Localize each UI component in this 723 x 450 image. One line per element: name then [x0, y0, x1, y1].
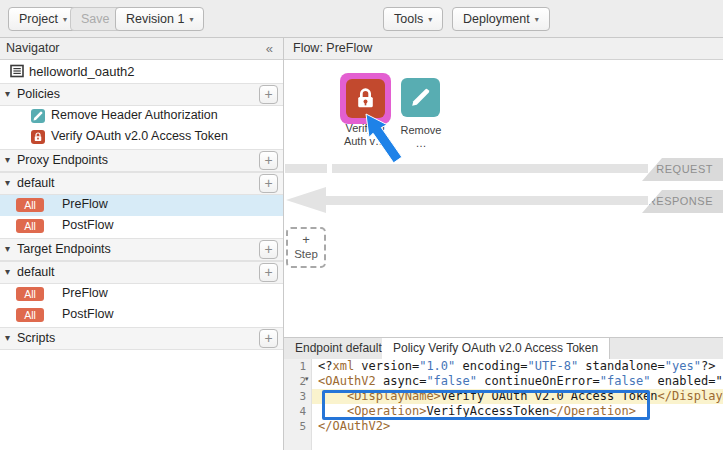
deployment-menu-button[interactable]: Deployment▾: [452, 7, 550, 31]
expand-caret-icon[interactable]: ▾: [5, 266, 10, 277]
line-number: 1: [284, 359, 306, 374]
flow-name: PreFlow: [62, 197, 108, 211]
line-number: 3: [284, 389, 306, 404]
line-number: 2: [284, 374, 306, 389]
section-label: Policies: [17, 87, 60, 101]
pointer-arrow-annotation: [352, 106, 408, 168]
nav-item-target-preflow[interactable]: All PreFlow: [0, 284, 283, 305]
code-editor[interactable]: 1 2 3 4 5 ▾ <?xml version="1.0" encoding…: [284, 359, 723, 450]
code-token: async=: [376, 374, 427, 388]
editor-gutter: 1 2 3 4 5 ▾: [284, 359, 312, 450]
add-script-button[interactable]: +: [259, 329, 278, 348]
fold-caret-icon[interactable]: ▾: [305, 375, 309, 383]
flow-canvas: Verify O Auth v… Remove … REQUEST RESPON…: [284, 60, 723, 337]
code-token: "yes": [665, 359, 701, 373]
tab-endpoint-default[interactable]: Endpoint default: [284, 338, 394, 359]
nav-item-proxy-preflow[interactable]: All PreFlow: [0, 195, 283, 216]
add-proxy-endpoint-button[interactable]: +: [259, 151, 278, 170]
nav-item-proxy-postflow[interactable]: All PostFlow: [0, 216, 283, 237]
tab-label: Policy Verify OAuth v2.0 Access Token: [393, 341, 598, 355]
lock-icon: [31, 130, 45, 144]
line-number: 5: [284, 419, 306, 434]
bundle-name: helloworld_oauth2: [29, 64, 135, 79]
nav-section-policies[interactable]: ▾ Policies +: [0, 83, 283, 106]
section-label: default: [17, 265, 55, 279]
expand-caret-icon[interactable]: ▾: [5, 177, 10, 188]
revision-label: Revision 1: [126, 12, 184, 26]
expand-caret-icon[interactable]: ▾: [5, 332, 10, 343]
expand-caret-icon[interactable]: ▾: [5, 88, 10, 99]
expand-caret-icon[interactable]: ▾: [5, 243, 10, 254]
project-menu-button[interactable]: Project▾: [8, 7, 78, 31]
add-target-endpoint-button[interactable]: +: [259, 240, 278, 259]
nav-section-proxy-default[interactable]: ▾ default +: [0, 172, 283, 195]
pencil-icon: [408, 85, 433, 114]
nav-section-proxy-endpoints[interactable]: ▾ Proxy Endpoints +: [0, 149, 283, 172]
code-line-5: </OAuthV2>: [318, 419, 723, 434]
code-token: </DisplayName>: [658, 389, 723, 403]
response-lane-tag: RESPONSE: [642, 190, 723, 213]
navigator-header: Navigator «: [0, 38, 283, 60]
nav-section-scripts[interactable]: ▾ Scripts +: [0, 327, 283, 350]
tools-menu-button[interactable]: Tools▾: [383, 7, 443, 31]
apigee-proxy-editor: Project▾ Save Revision 1▾ Tools▾ Deploym…: [0, 0, 723, 450]
navigator-title: Navigator: [6, 41, 60, 55]
tools-label: Tools: [394, 12, 423, 26]
toolbar: Project▾ Save Revision 1▾ Tools▾ Deploym…: [0, 0, 723, 38]
editor-tab-bar: Endpoint default Policy Verify OAuth v2.…: [284, 337, 723, 359]
pencil-icon: [31, 109, 45, 123]
flow-title: Flow: PreFlow: [293, 41, 372, 55]
code-token: <OAuthV2: [318, 374, 376, 388]
nav-section-target-endpoints[interactable]: ▾ Target Endpoints +: [0, 238, 283, 261]
response-lane-bar: [326, 196, 648, 205]
code-token: ?>: [701, 359, 715, 373]
collapse-sidebar-icon[interactable]: «: [266, 38, 273, 59]
response-arrow-icon: [286, 187, 326, 213]
nav-section-target-default[interactable]: ▾ default +: [0, 261, 283, 284]
tab-policy-verify-oauth[interactable]: Policy Verify OAuth v2.0 Access Token: [382, 338, 610, 359]
request-label: REQUEST: [656, 163, 713, 175]
section-label: Target Endpoints: [17, 242, 111, 256]
add-flow-button[interactable]: +: [259, 174, 278, 193]
expand-caret-icon[interactable]: ▾: [5, 154, 10, 165]
code-token: encoding=: [455, 359, 527, 373]
response-label: RESPONSE: [648, 195, 713, 207]
request-lane-stub: [285, 164, 327, 173]
flow-name: PreFlow: [62, 286, 108, 300]
add-policy-button[interactable]: +: [259, 85, 278, 104]
policy-name: Remove Header Authorization: [51, 108, 218, 122]
nav-item-bundle[interactable]: helloworld_oauth2: [0, 61, 283, 83]
operation-highlight-box-annotation: [322, 390, 650, 420]
code-token: "1.0": [419, 359, 455, 373]
chevron-down-icon: ▾: [535, 15, 539, 24]
deployment-label: Deployment: [463, 12, 530, 26]
tab-label: Endpoint default: [295, 341, 382, 355]
add-flow-button[interactable]: +: [259, 263, 278, 282]
code-token: enabled=": [650, 374, 722, 388]
revision-menu-button[interactable]: Revision 1▾: [115, 7, 204, 31]
save-button[interactable]: Save: [70, 7, 121, 31]
nav-item-policy-remove-header[interactable]: Remove Header Authorization: [0, 106, 283, 127]
add-step-button[interactable]: + Step: [286, 227, 326, 268]
code-token: </OAuthV2>: [318, 419, 390, 433]
code-token: <?: [318, 359, 332, 373]
section-label: Scripts: [17, 331, 55, 345]
code-token: version=: [354, 359, 419, 373]
chevron-down-icon: ▾: [428, 15, 432, 24]
nav-item-policy-verify-oauth[interactable]: Verify OAuth v2.0 Access Token: [0, 127, 283, 148]
step-label: Step: [288, 248, 324, 261]
flow-panel-header: Flow: PreFlow: [284, 38, 723, 60]
all-badge: All: [16, 308, 44, 322]
code-line-2: <OAuthV2 async="false" continueOnError="…: [318, 374, 723, 389]
code-token: standalone=: [578, 359, 665, 373]
bundle-icon: [10, 64, 24, 81]
navigator: helloworld_oauth2 ▾ Policies + Remove He…: [0, 60, 283, 450]
section-label: default: [17, 176, 55, 190]
save-label: Save: [81, 12, 110, 26]
nav-item-target-postflow[interactable]: All PostFlow: [0, 305, 283, 326]
flow-name: PostFlow: [62, 307, 113, 321]
line-number: 4: [284, 404, 306, 419]
section-label: Proxy Endpoints: [17, 153, 108, 167]
all-badge: All: [16, 219, 44, 233]
code-token: continueOnError=: [477, 374, 600, 388]
